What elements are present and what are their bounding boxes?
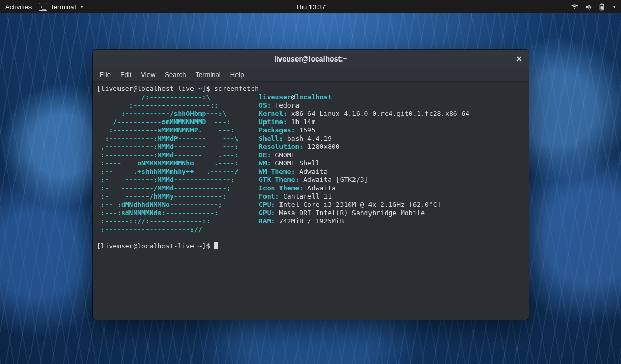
menu-file[interactable]: File — [96, 70, 115, 80]
menu-view[interactable]: View — [137, 70, 159, 80]
svg-rect-2 — [601, 6, 603, 9]
menu-terminal[interactable]: Terminal — [191, 70, 225, 80]
svg-rect-1 — [601, 3, 602, 4]
clock[interactable]: Thu 13:37 — [295, 3, 326, 11]
terminal-icon: ›_ — [39, 3, 47, 11]
app-menu-label: Terminal — [50, 3, 76, 11]
wifi-icon — [571, 4, 579, 10]
window-title: liveuser@localhost:~ — [274, 55, 347, 63]
menubar: File Edit View Search Terminal Help — [93, 68, 529, 82]
app-menu[interactable]: ›_ Terminal ▾ — [39, 3, 83, 11]
menu-search[interactable]: Search — [160, 70, 190, 80]
menu-edit[interactable]: Edit — [116, 70, 136, 80]
close-button[interactable]: ✕ — [513, 53, 525, 65]
terminal-window: liveuser@localhost:~ ✕ File Edit View Se… — [93, 50, 529, 320]
window-titlebar[interactable]: liveuser@localhost:~ ✕ — [93, 50, 529, 68]
menu-help[interactable]: Help — [226, 70, 248, 80]
cursor — [214, 242, 218, 249]
battery-icon — [599, 3, 605, 11]
close-icon: ✕ — [516, 55, 522, 63]
chevron-down-icon: ▾ — [613, 4, 616, 9]
gnome-top-bar: Activities ›_ Terminal ▾ Thu 13:37 ▾ — [0, 0, 621, 13]
chevron-down-icon: ▾ — [81, 4, 83, 9]
activities-button[interactable]: Activities — [5, 3, 32, 11]
volume-icon — [585, 4, 593, 10]
system-tray[interactable]: ▾ — [571, 3, 616, 11]
terminal-output[interactable]: [liveuser@localhost-live ~]$ screenfetch… — [93, 82, 529, 320]
